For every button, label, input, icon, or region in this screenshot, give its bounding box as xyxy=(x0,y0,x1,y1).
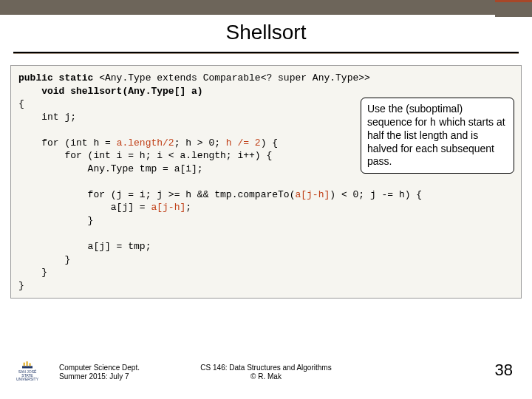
code-highlight: a.length/2 xyxy=(117,137,174,149)
code-text: ) < 0; j -= h) { xyxy=(330,189,422,200)
code-text: ; h > 0; xyxy=(174,137,226,149)
code-text: a[j] = tmp; xyxy=(18,241,151,252)
footer-center: CS 146: Data Structures and Algorithms ©… xyxy=(0,364,532,381)
code-text: public static xyxy=(18,72,99,83)
slide-title: Shellsort xyxy=(226,21,307,44)
annotation-callout: Use the (suboptimal) sequence for h whic… xyxy=(361,98,514,174)
page-number: 38 xyxy=(495,361,513,380)
callout-var: h xyxy=(430,117,436,129)
slide-footer: SAN JOSÉ STATE UNIVERSITY Computer Scien… xyxy=(0,355,532,386)
code-text: for (int i = h; i < a.length; i++) { xyxy=(18,150,272,161)
code-text: void shellsort(Any.Type[] a) xyxy=(18,86,203,97)
code-text: for (int h = xyxy=(18,137,117,149)
title-underline xyxy=(13,52,519,54)
code-text: Any.Type tmp = a[i]; xyxy=(18,163,203,174)
code-text: { xyxy=(18,98,24,109)
code-text: for (j = i; j >= h && tmp.compareTo( xyxy=(18,189,295,200)
code-text: } xyxy=(18,267,47,278)
code-highlight: a[j-h] xyxy=(151,202,185,213)
code-text: } xyxy=(18,254,70,265)
code-text: <Any.Type extends Comparable<? super Any… xyxy=(99,72,370,83)
code-text: ) { xyxy=(261,137,278,149)
slide-top-bar xyxy=(0,0,532,15)
footer-author: © R. Mak xyxy=(0,372,532,381)
code-highlight: a[j-h] xyxy=(295,189,330,200)
title-area: Shellsort xyxy=(0,21,532,54)
code-text: ; xyxy=(185,202,191,213)
footer-course: CS 146: Data Structures and Algorithms xyxy=(0,364,532,372)
slide-accent-block xyxy=(495,2,532,17)
code-text: int j; xyxy=(18,112,76,123)
code-text: } xyxy=(18,215,93,226)
code-highlight: h /= 2 xyxy=(226,137,261,149)
code-text: a[j] = xyxy=(18,202,151,213)
code-text: } xyxy=(18,280,24,291)
